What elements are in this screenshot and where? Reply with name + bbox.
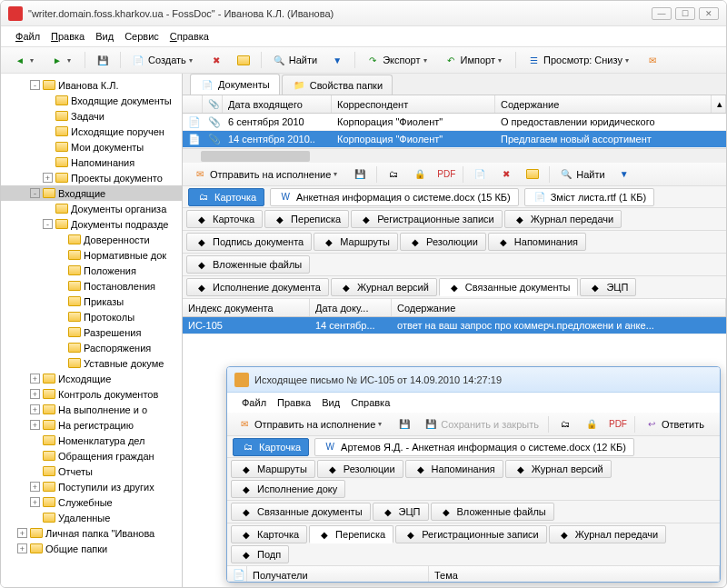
child-send-button[interactable]: ✉Отправить на исполнение▾ <box>233 414 390 434</box>
view-mode[interactable]: ☰Просмотр: Снизу▾ <box>522 50 637 70</box>
menu-file[interactable]: Файл <box>12 29 44 44</box>
filetab-docx[interactable]: WАнкетная информация о системе.docx (15 … <box>270 188 519 206</box>
tree-node[interactable]: Положения <box>1 263 182 278</box>
tree-node[interactable]: +Контроль документов <box>1 386 182 402</box>
table-row[interactable]: 📄📎14 сентября 2010..Корпорация "Фиолент"… <box>183 131 726 148</box>
detail-tab[interactable]: ◆Вложенные файлы <box>186 255 310 274</box>
folder-tree[interactable]: -Иванова К.Л.Входящие документыЗадачиИсх… <box>1 74 183 587</box>
filter-button[interactable]: ▼ <box>325 50 349 70</box>
save-button[interactable]: 💾 <box>91 50 115 70</box>
tree-node[interactable]: Документы организа <box>1 201 182 216</box>
save-btn2[interactable]: 💾 <box>348 164 372 184</box>
detail-tab[interactable]: ◆Напоминания <box>405 460 503 478</box>
back-button[interactable]: ◄▾ <box>8 50 42 70</box>
detail-tab[interactable]: ◆Журнал версий <box>331 278 437 296</box>
tree-node[interactable]: Нормативные док <box>1 247 182 263</box>
detail-tab[interactable]: ◆Резолюции <box>400 233 486 251</box>
tree-node[interactable]: +На выполнение и о <box>1 402 182 417</box>
folder-btn2[interactable] <box>521 164 544 184</box>
send-exec-button[interactable]: ✉Отправить на исполнение▾ <box>188 164 345 184</box>
tree-node[interactable]: Уставные докуме <box>1 355 182 371</box>
import-button[interactable]: ↶Импорт▾ <box>439 50 510 70</box>
forward-button[interactable]: ►▾ <box>45 50 79 70</box>
child-saveclose[interactable]: 💾Сохранить и закрыть <box>419 414 543 434</box>
detail-tab[interactable]: ◆Резолюции <box>317 460 403 478</box>
table-row[interactable]: 📄📎6 сентября 2010Корпорация "Фиолент"О п… <box>183 114 726 131</box>
col-date2[interactable]: Дата доку... <box>310 299 392 316</box>
tree-node[interactable]: +Исходящие <box>1 371 182 386</box>
detail-tab[interactable]: ◆Напоминания <box>488 233 586 251</box>
detail-tab[interactable]: ◆Связанные документы <box>439 278 579 296</box>
find-btn2[interactable]: 🔍Найти <box>554 164 609 184</box>
lock-btn[interactable]: 🔒 <box>408 164 432 184</box>
tree-node[interactable]: Удаленные <box>1 510 182 525</box>
detail-tab[interactable]: ◆Маршруты <box>231 460 315 478</box>
close-button[interactable]: ✕ <box>699 7 719 20</box>
detail-tab[interactable]: ◆Связанные документы <box>231 503 371 521</box>
maximize-button[interactable]: ☐ <box>675 7 695 20</box>
col-index[interactable]: Индекс документа <box>183 299 310 316</box>
card-btn[interactable]: 🗂 <box>382 164 405 184</box>
detail-tab[interactable]: ◆Переписка <box>264 210 349 228</box>
filter-btn2[interactable]: ▼ <box>612 164 636 184</box>
child-filetab-card[interactable]: 🗂Карточка <box>233 438 309 456</box>
detail-tab[interactable]: ◆Исполнение документа <box>186 278 329 296</box>
tree-node[interactable]: +На регистрацию <box>1 417 182 433</box>
detail-tab[interactable]: ◆Регистрационные записи <box>395 525 547 543</box>
tree-node[interactable]: Входящие документы <box>1 93 182 108</box>
detail-tab[interactable]: ◆Подпись документа <box>186 233 312 251</box>
folder-button[interactable] <box>232 50 255 70</box>
child-reply-button[interactable]: ↩Ответить <box>640 414 709 434</box>
tree-node[interactable]: Напоминания <box>1 154 182 170</box>
child-col-icon[interactable]: 📄 <box>227 566 247 583</box>
detail-tab[interactable]: ◆Исполнение доку <box>231 480 345 498</box>
menu-edit[interactable]: Правка <box>47 29 88 44</box>
minimize-button[interactable]: — <box>652 7 672 20</box>
menu-service[interactable]: Сервис <box>121 29 163 44</box>
detail-tab[interactable]: ◆Подп <box>231 545 289 563</box>
detail-tab[interactable]: ◆Журнал передачи <box>549 525 666 543</box>
tree-node[interactable]: +Поступили из других <box>1 479 182 494</box>
menu-help[interactable]: Справка <box>166 29 213 44</box>
tree-node[interactable]: Мои документы <box>1 139 182 154</box>
child-col-subj[interactable]: Тема <box>429 566 720 583</box>
new-btn[interactable]: 📄 <box>468 164 492 184</box>
scroll-up[interactable]: ▴ <box>712 95 726 113</box>
detail-tab[interactable]: ◆Журнал передачи <box>504 210 622 228</box>
col-icon[interactable] <box>183 95 203 113</box>
tree-node[interactable]: Постановления <box>1 278 182 294</box>
child-menu-edit[interactable]: Правка <box>274 395 314 410</box>
subgrid-row[interactable]: ИС-105 14 сентябр... ответ на ваш запрос… <box>183 317 726 334</box>
child-col-rcpt[interactable]: Получатели <box>247 566 429 583</box>
detail-tab[interactable]: ◆ЭЦП <box>580 278 636 296</box>
tree-node[interactable]: Обращения граждан <box>1 448 182 463</box>
child-menu-help[interactable]: Справка <box>347 395 393 410</box>
child-card-btn[interactable]: 🗂 <box>553 414 577 434</box>
child-filetab-docx[interactable]: WАртемов Я.Д. - Анкетная информация о си… <box>314 438 634 456</box>
detail-tab[interactable]: ◆Карточка <box>231 525 307 543</box>
h-scrollbar[interactable] <box>183 148 726 163</box>
tree-node[interactable]: +Проекты документо <box>1 170 182 185</box>
tree-node[interactable]: Приказы <box>1 294 182 309</box>
col-content[interactable]: Содержание <box>495 95 712 113</box>
pdf-btn[interactable]: PDF <box>434 164 458 184</box>
del-btn[interactable]: ✖ <box>494 164 518 184</box>
child-menu-file[interactable]: Файл <box>238 395 270 410</box>
tree-node[interactable]: -Иванова К.Л. <box>1 77 182 93</box>
menu-view[interactable]: Вид <box>92 29 117 44</box>
mail-button[interactable]: ✉ <box>641 50 664 70</box>
tab-properties[interactable]: 📁Свойства папки <box>282 75 393 95</box>
child-pdf-btn[interactable]: PDF <box>606 414 630 434</box>
detail-tab[interactable]: ◆ЭЦП <box>373 503 429 521</box>
detail-tab[interactable]: ◆Маршруты <box>314 233 398 251</box>
detail-tab[interactable]: ◆Журнал версий <box>505 460 612 478</box>
tab-documents[interactable]: 📄Документы <box>190 74 280 95</box>
tree-node[interactable]: Распоряжения <box>1 340 182 355</box>
col-date[interactable]: Дата входящего <box>223 95 332 113</box>
child-save-button[interactable]: 💾 <box>393 414 416 434</box>
tree-node[interactable]: Номенклатура дел <box>1 433 182 448</box>
detail-tab[interactable]: ◆Вложенные файлы <box>431 503 554 521</box>
detail-tab[interactable]: ◆Карточка <box>186 210 263 228</box>
col-cont2[interactable]: Содержание <box>392 299 726 316</box>
delete-button[interactable]: ✖ <box>204 50 228 70</box>
